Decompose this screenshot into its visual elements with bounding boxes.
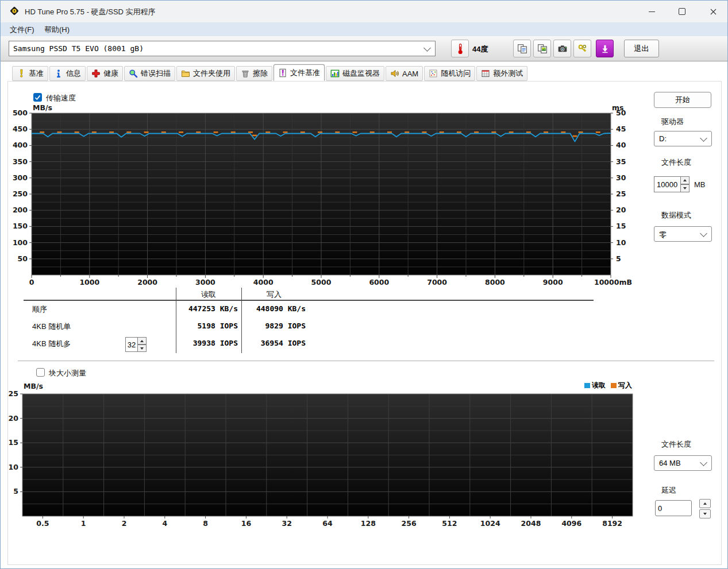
svg-text:25: 25: [9, 389, 18, 398]
data-mode-value: 零: [659, 230, 667, 240]
svg-text:8192: 8192: [602, 519, 622, 528]
tab-label: 信息: [66, 68, 81, 79]
delay-label: 延迟: [661, 485, 676, 496]
tab-label: 文件基准: [290, 68, 320, 78]
options-button[interactable]: [573, 40, 591, 57]
close-button[interactable]: [700, 1, 726, 22]
tab-AAM[interactable]: AAM: [386, 66, 423, 81]
aam-icon: [390, 69, 399, 78]
minimize-button[interactable]: [638, 1, 665, 22]
svg-text:15: 15: [616, 222, 626, 230]
queue-depth-stepper[interactable]: 32: [125, 337, 147, 352]
drive-select[interactable]: Samsung PSSD T5 EVO (8001 gB): [9, 41, 436, 56]
app-logo-icon: [9, 6, 20, 18]
tab-基准[interactable]: 基准: [12, 66, 48, 81]
svg-text:1024: 1024: [480, 519, 500, 528]
svg-text:500: 500: [13, 109, 28, 117]
tab-label: 擦除: [253, 68, 268, 79]
data-mode-dropdown[interactable]: 零: [654, 226, 712, 242]
start-button[interactable]: 开始: [654, 92, 711, 108]
svg-text:30: 30: [616, 173, 626, 182]
benchmark-icon: [17, 69, 26, 78]
copy-image-button[interactable]: [533, 40, 551, 57]
queue-depth-value[interactable]: 32: [125, 337, 138, 352]
tab-磁盘监视器[interactable]: 磁盘监视器: [326, 66, 384, 81]
delay-down-button[interactable]: [699, 509, 711, 518]
random-access-icon: [429, 69, 438, 78]
svg-text:20: 20: [616, 206, 626, 214]
block-file-length-dropdown[interactable]: 64 MB: [654, 455, 712, 471]
svg-text:6000: 6000: [369, 278, 389, 287]
file-benchmark-icon: [278, 68, 287, 78]
tab-额外测试[interactable]: 额外测试: [476, 66, 527, 81]
data-mode-label: 数据模式: [661, 210, 691, 220]
tab-label: AAM: [402, 69, 418, 78]
exit-button[interactable]: 退出: [624, 40, 659, 57]
tab-擦除[interactable]: 擦除: [236, 66, 272, 81]
tabbar: 基准信息健康错误扫描文件夹使用擦除文件基准磁盘监视器AAM随机访问额外测试: [12, 64, 527, 81]
svg-text:15: 15: [9, 438, 18, 447]
tab-信息[interactable]: 信息: [49, 66, 86, 81]
stepper-up-button[interactable]: [681, 176, 690, 184]
file-length-value[interactable]: 10000: [654, 176, 681, 192]
file-length-stepper[interactable]: 10000: [654, 176, 690, 192]
copy-text-button[interactable]: [513, 40, 531, 57]
block-size-label: 块大小测量: [49, 368, 86, 378]
svg-text:300: 300: [13, 173, 28, 182]
delay-up-button[interactable]: [699, 499, 711, 508]
update-button[interactable]: [596, 40, 614, 57]
stepper-up-button[interactable]: [138, 337, 147, 345]
arrow-down-icon: [703, 513, 707, 515]
toolbar: Samsung PSSD T5 EVO (8001 gB) 44度 退出: [1, 36, 727, 61]
svg-text:128: 128: [361, 519, 376, 528]
read-value: 447253 KB/s: [174, 304, 238, 313]
svg-text:8000: 8000: [485, 278, 505, 287]
arrow-up-icon: [140, 340, 144, 342]
tab-label: 错误扫描: [141, 68, 171, 79]
delay-field[interactable]: 0: [655, 500, 692, 516]
svg-text:4096: 4096: [561, 519, 581, 528]
file-length-label: 文件长度: [661, 157, 691, 168]
app-window: HD Tune Pro 5.75 - 硬盘/SSD 实用程序 文件(F) 帮助(…: [0, 0, 728, 569]
stepper-down-button[interactable]: [138, 345, 147, 352]
menubar: 文件(F) 帮助(H): [1, 22, 727, 36]
table-header-write: 写入: [241, 289, 307, 300]
tab-随机访问[interactable]: 随机访问: [424, 66, 475, 81]
drive-dropdown[interactable]: D:: [654, 131, 712, 146]
svg-text:512: 512: [442, 519, 457, 528]
download-arrow-icon: [600, 44, 610, 54]
screenshot-button[interactable]: [553, 40, 571, 57]
read-value: 5198 IOPS: [174, 322, 238, 330]
temperature-button[interactable]: [451, 40, 469, 57]
minimize-icon: [649, 11, 655, 12]
arrow-down-icon: [683, 187, 687, 189]
delay-value[interactable]: 0: [655, 500, 692, 516]
maximize-button[interactable]: [669, 1, 695, 22]
chevron-down-icon: [700, 134, 707, 142]
svg-text:400: 400: [13, 141, 28, 149]
svg-text:4: 4: [162, 519, 167, 528]
menu-file[interactable]: 文件(F): [7, 25, 37, 35]
tab-label: 健康: [103, 68, 118, 79]
svg-text:2000: 2000: [137, 278, 157, 287]
tab-健康[interactable]: 健康: [87, 66, 123, 81]
transfer-speed-checkbox[interactable]: [33, 93, 42, 102]
svg-text:256: 256: [402, 519, 417, 528]
read-value: 39938 IOPS: [174, 339, 238, 347]
tab-错误扫描[interactable]: 错误扫描: [124, 66, 175, 81]
block-size-checkbox[interactable]: [36, 368, 45, 377]
tab-label: 随机访问: [441, 68, 471, 79]
menu-help[interactable]: 帮助(H): [42, 25, 72, 35]
svg-text:9000: 9000: [543, 278, 563, 287]
svg-text:1000: 1000: [79, 278, 99, 287]
write-value: 36954 IOPS: [241, 339, 306, 347]
copy-image-icon: [537, 44, 548, 54]
svg-text:2048: 2048: [521, 519, 541, 528]
block-size-chart: 5101520250.51248163264128256512102420484…: [1, 380, 650, 532]
stepper-down-button[interactable]: [681, 184, 690, 192]
tab-文件夹使用[interactable]: 文件夹使用: [176, 66, 235, 81]
svg-text:150: 150: [13, 222, 28, 230]
svg-text:50: 50: [18, 254, 28, 263]
tab-文件基准[interactable]: 文件基准: [274, 64, 325, 81]
tab-label: 文件夹使用: [193, 68, 230, 79]
